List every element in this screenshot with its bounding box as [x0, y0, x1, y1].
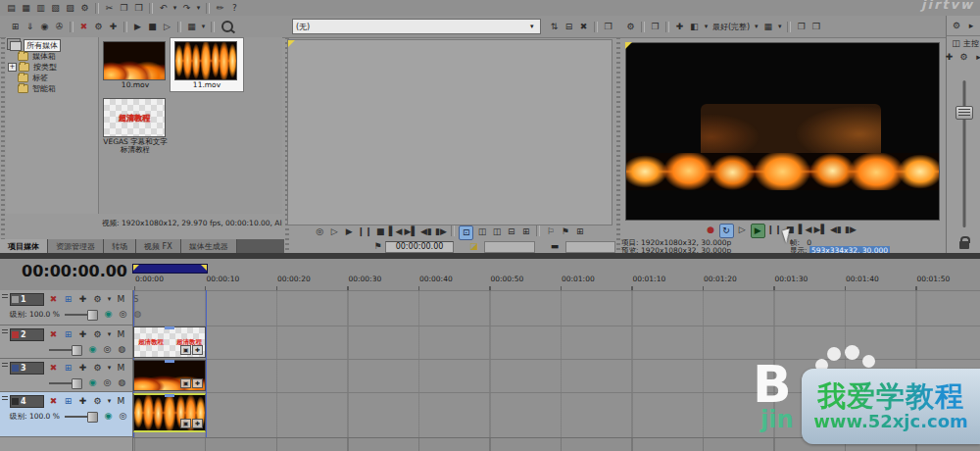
- tab-explorer[interactable]: 资源管理器: [48, 239, 104, 253]
- external-monitor-icon[interactable]: ❐: [649, 21, 662, 33]
- record-icon[interactable]: ●: [705, 224, 717, 236]
- undo-caret-icon[interactable]: ▾: [172, 2, 178, 15]
- tree-item-tags[interactable]: 标签: [6, 73, 98, 83]
- next-frame-icon[interactable]: ▮▶: [844, 224, 857, 236]
- loop-playback-icon[interactable]: ↻: [719, 224, 734, 238]
- new-bin-icon[interactable]: ⊞: [9, 21, 22, 33]
- track-fx-caret-icon[interactable]: ▾: [106, 395, 113, 408]
- mute-button[interactable]: M: [115, 328, 127, 341]
- split-screen-icon[interactable]: ◧: [688, 21, 701, 33]
- media-item-title[interactable]: 超清教程 VEGAS 字幕和文字 标清教程: [103, 98, 168, 154]
- media-item-10mov[interactable]: 10.mov: [103, 41, 168, 89]
- media-fx-icon[interactable]: ⚙: [92, 21, 105, 33]
- pause-icon[interactable]: ❙❙: [358, 226, 372, 238]
- timeline-event-title[interactable]: 超清教程 超清教程 ▣✚: [133, 326, 206, 358]
- search-icon[interactable]: [221, 21, 233, 32]
- new-project-icon[interactable]: ▤: [5, 2, 18, 15]
- event-pan-crop-icon[interactable]: ✚: [192, 345, 203, 355]
- compositing-mode-icon[interactable]: ◉: [86, 343, 99, 356]
- play-icon[interactable]: ▶: [751, 224, 765, 238]
- mute-button[interactable]: M: [115, 293, 127, 306]
- import-media-icon[interactable]: ⇓: [24, 21, 36, 33]
- bus-more-icon[interactable]: ▸: [972, 51, 980, 64]
- split-screen-caret-icon[interactable]: ▾: [703, 21, 710, 33]
- tab-transitions[interactable]: 转场: [104, 239, 136, 253]
- redo-caret-icon[interactable]: ▾: [195, 2, 202, 15]
- auto-preview-icon[interactable]: ▷: [161, 21, 173, 33]
- bus-properties-gear-icon[interactable]: ⚙: [951, 20, 963, 32]
- save-snapshot-icon[interactable]: ❒: [809, 21, 822, 33]
- generated-media-icon[interactable]: ▣: [180, 345, 191, 355]
- select-right-half-icon[interactable]: ◫: [490, 226, 503, 238]
- timeline-cursor-timecode[interactable]: 00:00:00.00: [0, 262, 127, 280]
- selection-end-field[interactable]: [565, 241, 616, 253]
- save-project-icon[interactable]: ▥: [34, 2, 47, 15]
- add-region-icon[interactable]: ⚑: [559, 226, 571, 238]
- event-fx-icon[interactable]: ▣: [180, 419, 191, 428]
- media-pan-icon[interactable]: ✚: [107, 21, 120, 33]
- interactive-tutorials-icon[interactable]: ✏: [214, 2, 226, 15]
- tab-project-media[interactable]: 项目媒体: [0, 239, 48, 253]
- play-icon[interactable]: ▶: [343, 226, 356, 238]
- compositing-mode-icon[interactable]: ◉: [102, 308, 115, 321]
- compositing-mode-icon[interactable]: ◉: [86, 376, 99, 389]
- trimmer-cursor-timecode[interactable]: 00:00:00.00: [385, 241, 454, 253]
- audio-only-icon[interactable]: ◎: [314, 226, 326, 238]
- compositing-parent-icon[interactable]: ◍: [116, 343, 128, 356]
- tab-media-generators[interactable]: 媒体生成器: [181, 239, 237, 253]
- track-level-slider[interactable]: [65, 314, 98, 316]
- event-corner-buttons[interactable]: ▣✚: [179, 419, 203, 428]
- track-motion-icon[interactable]: ⊞: [62, 362, 74, 375]
- project-properties-gear-icon[interactable]: ⚙: [78, 2, 91, 15]
- go-to-start-icon[interactable]: ▌◀: [389, 226, 403, 238]
- ignore-event-grouping-icon[interactable]: ✖: [47, 328, 60, 341]
- dock-grip[interactable]: [616, 18, 620, 251]
- sort-media-icon[interactable]: ⇅: [548, 21, 561, 33]
- stop-icon[interactable]: ■: [374, 226, 387, 238]
- track-motion-icon[interactable]: ⊞: [62, 328, 74, 341]
- views-icon[interactable]: ▦: [185, 21, 198, 33]
- open-project-icon[interactable]: ▦: [20, 2, 32, 15]
- tree-item-by-type[interactable]: + 按类型: [6, 62, 98, 73]
- trimmer-display[interactable]: [287, 39, 612, 226]
- track-pan-icon[interactable]: ✚: [76, 395, 89, 408]
- start-preview-icon[interactable]: ▶: [131, 21, 144, 33]
- redo-icon[interactable]: ↷: [180, 2, 193, 15]
- track-pan-icon[interactable]: ✚: [76, 362, 89, 375]
- preview-quality-select[interactable]: 最好(完整): [712, 22, 750, 32]
- compositing-parent-icon[interactable]: ◍: [116, 376, 128, 389]
- ignore-event-grouping-icon[interactable]: ✖: [47, 293, 60, 306]
- save-markers-icon[interactable]: ❒: [602, 21, 614, 33]
- track-row-1[interactable]: [133, 290, 980, 326]
- expander-icon[interactable]: +: [8, 63, 17, 72]
- selection-start-field[interactable]: [484, 241, 535, 253]
- event-pan-crop-icon[interactable]: ✚: [192, 419, 203, 428]
- track-pan-icon[interactable]: ✚: [76, 328, 89, 341]
- ignore-event-grouping-icon[interactable]: ✖: [47, 362, 60, 375]
- bus-fx-gear-icon[interactable]: ⚙: [957, 51, 970, 64]
- add-marker-icon[interactable]: ⚐: [544, 226, 557, 238]
- media-item-11mov[interactable]: 11.mov: [170, 37, 244, 92]
- get-media-from-web-icon[interactable]: ✇: [53, 21, 66, 33]
- show-audio-icon[interactable]: ⊞: [573, 226, 586, 238]
- event-fx-icon[interactable]: ▣: [180, 378, 191, 388]
- pan-scan-icon[interactable]: ✚: [673, 21, 686, 33]
- compositing-mode-icon[interactable]: ◉: [102, 410, 115, 423]
- bus-pan-icon[interactable]: ✚: [943, 51, 956, 64]
- paste-icon[interactable]: ❒: [132, 2, 145, 15]
- help-icon[interactable]: ?: [228, 2, 241, 15]
- make-compositing-child-icon[interactable]: ◎: [117, 410, 129, 423]
- dock-grip[interactable]: [1, 18, 5, 251]
- timeline-event-fire-line[interactable]: ▣✚: [133, 393, 206, 432]
- preview-settings-gear-icon[interactable]: ⚙: [624, 21, 637, 33]
- copy-snapshot-icon[interactable]: ❐: [795, 21, 808, 33]
- undo-icon[interactable]: ↶: [157, 2, 170, 15]
- go-to-end-icon[interactable]: ▶▌: [814, 224, 828, 236]
- make-compositing-child-icon[interactable]: ◎: [117, 308, 129, 321]
- remove-current-media-icon[interactable]: ✖: [577, 21, 590, 33]
- select-left-half-icon[interactable]: ◫: [475, 226, 488, 238]
- go-to-end-icon[interactable]: ▶▌: [405, 226, 418, 238]
- next-frame-icon[interactable]: ▮▶: [434, 226, 447, 238]
- track-header-1[interactable]: 1 ✖⊞✚⚙▾MS 级别: 100.0 % ◉◎◍: [0, 290, 132, 326]
- track-motion-icon[interactable]: ⊞: [62, 395, 74, 408]
